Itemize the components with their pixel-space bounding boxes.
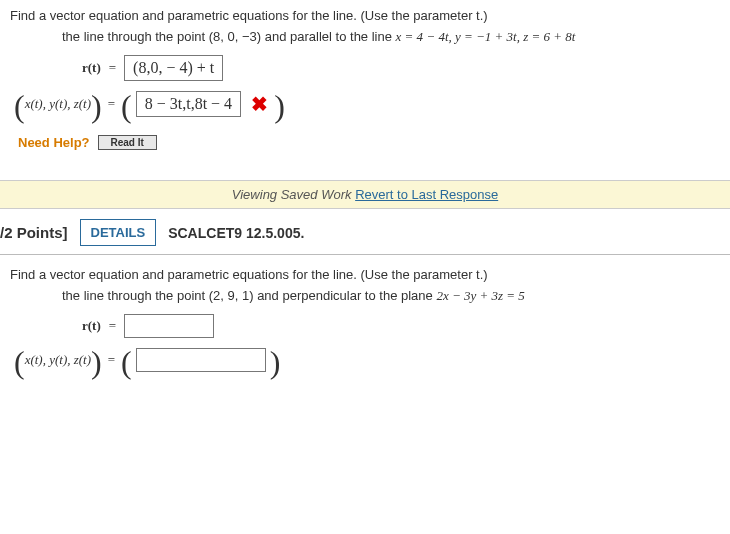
r-of-t-label: r(t) bbox=[82, 60, 101, 76]
q1-r-answer-input[interactable]: (8,0, − 4) + t bbox=[124, 55, 223, 81]
q2-point: (2, 9, 1) bbox=[209, 288, 254, 303]
points-label: /2 Points] bbox=[0, 224, 68, 241]
q1-subtext-prefix: the line through the point bbox=[62, 29, 209, 44]
question-2-header: /2 Points] DETAILS SCALCET9 12.5.005. bbox=[0, 209, 730, 255]
q1-parallel-eqs: x = 4 − 4t, y = −1 + 3t, z = 6 + 8t bbox=[396, 29, 576, 44]
viewing-saved-label: Viewing Saved Work bbox=[232, 187, 355, 202]
revert-link[interactable]: Revert to Last Response bbox=[355, 187, 498, 202]
saved-work-bar: Viewing Saved Work Revert to Last Respon… bbox=[0, 180, 730, 209]
r-of-t-label: r(t) bbox=[82, 318, 101, 334]
equals-sign: = bbox=[109, 318, 116, 334]
equals-sign: = bbox=[108, 96, 115, 112]
exercise-id: SCALCET9 12.5.005. bbox=[168, 225, 304, 241]
q1-parametric-row: ( x(t), y(t), z(t) ) = ( 8 − 3t,t,8t − 4… bbox=[14, 91, 720, 117]
q1-xyz-answer-input[interactable]: 8 − 3t,t,8t − 4 bbox=[136, 91, 241, 117]
q1-vector-row: r(t) = (8,0, − 4) + t bbox=[82, 55, 720, 81]
equals-sign: = bbox=[108, 352, 115, 368]
need-help-label: Need Help? bbox=[18, 135, 90, 150]
q2-subtext-prefix: the line through the point bbox=[62, 288, 209, 303]
q2-vector-row: r(t) = bbox=[82, 314, 720, 338]
q2-r-answer-input[interactable] bbox=[124, 314, 214, 338]
equals-sign: = bbox=[109, 60, 116, 76]
q1-subtext-mid: and parallel to the line bbox=[261, 29, 395, 44]
xyz-label: x(t), y(t), z(t) bbox=[25, 352, 91, 368]
q1-subtext: the line through the point (8, 0, −3) an… bbox=[62, 29, 720, 45]
need-help-row: Need Help? Read It bbox=[18, 135, 720, 150]
q1-prompt: Find a vector equation and parametric eq… bbox=[10, 8, 720, 23]
question-2: Find a vector equation and parametric eq… bbox=[0, 265, 730, 394]
q1-point: (8, 0, −3) bbox=[209, 29, 261, 44]
question-1: Find a vector equation and parametric eq… bbox=[0, 0, 730, 162]
details-button[interactable]: DETAILS bbox=[80, 219, 157, 246]
q2-prompt: Find a vector equation and parametric eq… bbox=[10, 267, 720, 282]
q2-subtext: the line through the point (2, 9, 1) and… bbox=[62, 288, 720, 304]
q2-plane-eq: 2x − 3y + 3z = 5 bbox=[436, 288, 524, 303]
xyz-label: x(t), y(t), z(t) bbox=[25, 96, 91, 112]
read-it-button[interactable]: Read It bbox=[98, 135, 157, 150]
incorrect-icon: ✖ bbox=[251, 92, 268, 116]
q2-xyz-answer-input[interactable] bbox=[136, 348, 266, 372]
q2-parametric-row: ( x(t), y(t), z(t) ) = ( ) bbox=[14, 348, 720, 372]
q2-subtext-mid: and perpendicular to the plane bbox=[254, 288, 437, 303]
